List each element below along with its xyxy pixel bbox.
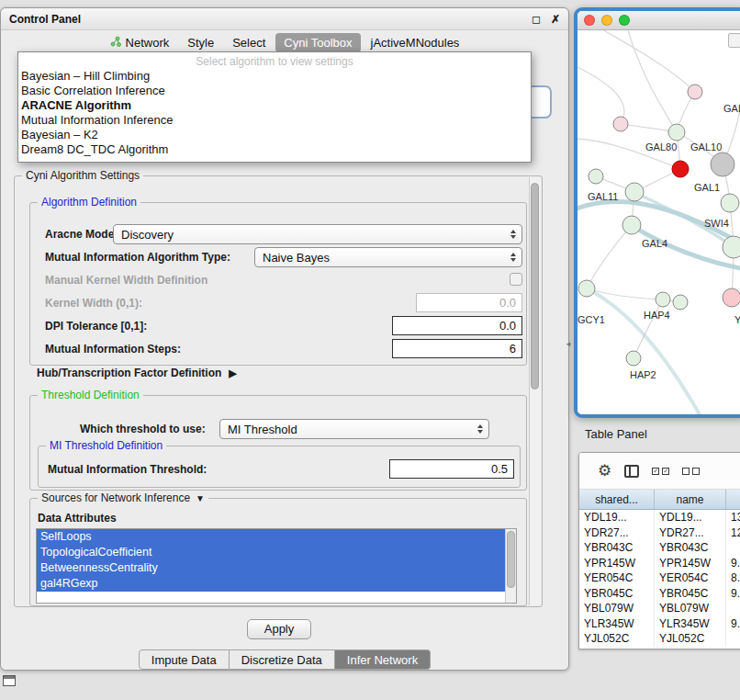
gear-icon[interactable]: ⚙ <box>598 463 611 479</box>
table-row[interactable]: YLR345WYLR345W9. <box>579 616 740 632</box>
table-row[interactable]: YJL052CYJL052C <box>579 631 740 647</box>
panel-collapse-handle[interactable]: ◂ <box>564 335 573 352</box>
table-row[interactable]: YDL19...YDL19...13 <box>579 510 740 525</box>
combo-stepper-icon <box>510 253 516 262</box>
tab-select[interactable]: Select <box>224 33 274 52</box>
which-threshold-label: Which threshold to use: <box>80 423 206 435</box>
mi-steps-value: 6 <box>510 342 516 356</box>
tab-jactivemnodules[interactable]: jActiveMNodules <box>363 33 468 52</box>
dropdown-item-selected[interactable]: ARACNE Algorithm <box>18 98 531 113</box>
settings-scrollbar[interactable] <box>529 177 541 605</box>
settings-scrollbar-thumb[interactable] <box>531 183 539 390</box>
node-label: GAL80 <box>645 141 677 152</box>
network-view-window: GAL GAL80 GAL10 GAL11 GAL1 SWI4 GAL4 GCY… <box>574 7 740 418</box>
column-header-shared-name[interactable]: shared... <box>579 490 655 509</box>
control-panel-window: Control Panel ◻ ✗ Network Style Select C… <box>0 7 569 671</box>
zoom-traffic-light[interactable] <box>619 15 630 26</box>
mi-threshold-input[interactable]: 0.5 <box>389 459 514 479</box>
table-row[interactable]: YBL079WYBL079W <box>579 601 740 616</box>
algorithm-definition-title: Algorithm Definition <box>38 196 140 209</box>
network-node[interactable] <box>656 292 670 307</box>
combo-stepper-icon <box>477 424 483 434</box>
kernel-width-input[interactable]: 0.0 <box>416 293 522 312</box>
select-all-icon[interactable]: ✓✓ <box>652 468 669 475</box>
which-threshold-combo[interactable]: MI Threshold <box>219 419 489 439</box>
network-node[interactable] <box>723 288 740 307</box>
collapse-down-icon: ▼ <box>196 493 205 503</box>
tab-style[interactable]: Style <box>179 33 222 52</box>
table-row[interactable]: YBR043CYBR043C <box>579 540 740 556</box>
hub-definition-expander[interactable]: Hub/Transcription Factor Definition ▶ <box>37 367 237 379</box>
list-item[interactable]: BetweennessCentrality <box>37 560 505 576</box>
dropdown-item[interactable]: Dream8 DC_TDC Algorithm <box>18 142 531 157</box>
threshold-definition-title: Threshold Definition <box>38 389 143 401</box>
tab-impute-data[interactable]: Impute Data <box>139 649 230 670</box>
dropdown-item[interactable]: Bayesian – K2 <box>18 128 531 142</box>
mi-steps-label: Mutual Information Steps: <box>45 343 181 356</box>
restore-panel-icon[interactable] <box>3 675 16 686</box>
dropdown-item[interactable]: Bayesian – Hill Climbing <box>18 69 531 84</box>
network-node[interactable] <box>625 183 644 201</box>
network-node-selected[interactable] <box>672 161 689 177</box>
algorithm-definition-group: Algorithm Definition Aracne Mode: Discov… <box>29 202 527 366</box>
column-header-name[interactable]: name <box>655 490 726 509</box>
dpi-tolerance-label: DPI Tolerance [0,1]: <box>45 320 147 333</box>
tab-label: Select <box>232 36 265 50</box>
dropdown-placeholder: Select algorithm to view settings <box>18 54 531 69</box>
node-label: Y <box>734 314 740 325</box>
network-node[interactable] <box>613 117 628 131</box>
tab-cyni-toolbox[interactable]: Cyni Toolbox <box>275 33 360 52</box>
network-node[interactable] <box>578 280 595 297</box>
tab-discretize-data[interactable]: Discretize Data <box>230 649 335 670</box>
network-node[interactable] <box>668 124 685 141</box>
network-node[interactable] <box>622 216 641 234</box>
node-label: GAL10 <box>690 141 722 152</box>
node-label: GCY1 <box>577 314 605 325</box>
sources-group-title-row[interactable]: Sources for Network Inference ▼ <box>38 491 208 504</box>
list-item[interactable]: gal4RGexp <box>37 576 505 592</box>
minimize-traffic-light[interactable] <box>601 15 612 26</box>
aracne-mode-value: Discovery <box>121 228 174 242</box>
network-node[interactable] <box>589 169 603 184</box>
network-canvas[interactable]: GAL GAL80 GAL10 GAL11 GAL1 SWI4 GAL4 GCY… <box>577 30 740 414</box>
hub-definition-label: Hub/Transcription Factor Definition <box>37 367 221 379</box>
node-label: HAP4 <box>644 310 670 321</box>
dropdown-item[interactable]: Mutual Information Inference <box>18 113 531 128</box>
deselect-all-icon[interactable] <box>682 468 700 475</box>
network-node[interactable] <box>688 85 702 99</box>
which-threshold-value: MI Threshold <box>228 423 297 436</box>
table-row[interactable]: YER054CYER054C8. <box>579 570 740 586</box>
mi-type-label: Mutual Information Algorithm Type: <box>45 251 230 264</box>
network-node[interactable] <box>721 194 739 212</box>
column-header-cut[interactable] <box>726 490 740 509</box>
tab-network[interactable]: Network <box>102 33 178 52</box>
table-toolbar: ⚙ ✓✓ <box>579 453 740 490</box>
network-node-labels: GAL GAL80 GAL10 GAL11 GAL1 SWI4 GAL4 GCY… <box>577 103 740 380</box>
float-window-icon[interactable]: ◻ <box>532 13 541 26</box>
list-item[interactable]: SelfLoops <box>37 529 505 545</box>
mi-type-combo[interactable]: Naive Bayes <box>254 247 522 267</box>
bottom-tabbar: Impute Data Discretize Data Infer Networ… <box>1 649 568 670</box>
network-node[interactable] <box>673 295 688 310</box>
table-row[interactable]: YPR145WYPR145W9. <box>579 556 740 571</box>
network-node[interactable] <box>626 351 641 366</box>
mi-steps-input[interactable]: 6 <box>392 339 522 358</box>
kernel-width-value: 0.0 <box>499 296 516 310</box>
close-window-icon[interactable]: ✗ <box>551 13 560 26</box>
table-row[interactable]: YDR27...YDR27...12 <box>579 525 740 541</box>
manual-kernel-checkbox[interactable] <box>510 273 522 286</box>
apply-button[interactable]: Apply <box>247 619 311 639</box>
aracne-mode-combo[interactable]: Discovery <box>113 224 522 244</box>
list-scrollbar-thumb[interactable] <box>507 531 515 588</box>
table-row[interactable]: YBR045CYBR045C9. <box>579 586 740 602</box>
network-node[interactable] <box>711 152 734 176</box>
network-node[interactable] <box>723 236 740 258</box>
tab-infer-network[interactable]: Infer Network <box>335 649 431 670</box>
node-label: GAL1 <box>694 182 720 193</box>
dpi-tolerance-input[interactable]: 0.0 <box>392 316 522 335</box>
dropdown-item[interactable]: Basic Correlation Inference <box>18 84 531 98</box>
list-item[interactable]: TopologicalCoefficient <box>37 545 505 560</box>
list-scrollbar[interactable] <box>505 529 516 603</box>
close-traffic-light[interactable] <box>584 15 595 26</box>
column-chooser-icon[interactable] <box>624 465 639 478</box>
